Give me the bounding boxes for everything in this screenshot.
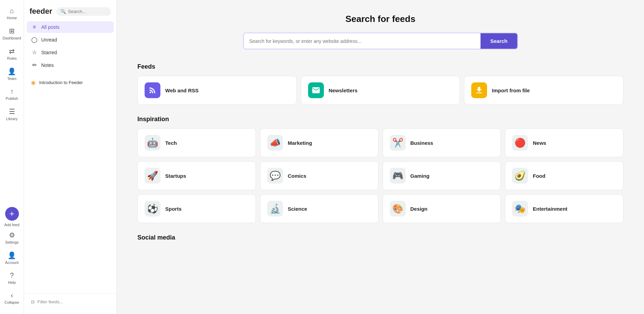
icon-nav: ⌂ Home ⊞ Dashboard ⇄ Rules 👤 Team ↑ Publ… xyxy=(0,0,24,314)
marketing-label: Marketing xyxy=(288,140,312,146)
rules-label: Rules xyxy=(7,56,16,60)
page-title: Search for feeds xyxy=(137,14,623,24)
newsletters-icon xyxy=(308,82,324,98)
card-web-rss[interactable]: Web and RSS xyxy=(137,76,297,105)
newsletters-label: Newsletters xyxy=(329,88,358,93)
inspiration-cards-grid: 🤖 Tech 📣 Marketing ✂️ Business 🔴 News 🚀 … xyxy=(137,128,623,223)
feed-search-input[interactable] xyxy=(244,33,481,49)
sidebar-item-starred[interactable]: ☆ Starred xyxy=(27,46,114,58)
comics-label: Comics xyxy=(288,173,306,179)
card-design[interactable]: 🎨 Design xyxy=(383,194,501,223)
search-input[interactable] xyxy=(68,9,107,14)
library-label: Library xyxy=(6,117,18,121)
food-label: Food xyxy=(533,173,545,179)
starred-label: Starred xyxy=(41,50,57,55)
account-icon: 👤 xyxy=(8,251,16,259)
sidebar-item-dashboard[interactable]: ⊞ Dashboard xyxy=(2,24,22,43)
entertainment-icon: 🎭 xyxy=(512,201,528,217)
sidebar-item-account[interactable]: 👤 Account xyxy=(2,248,22,267)
card-tech[interactable]: 🤖 Tech xyxy=(137,128,256,157)
publish-label: Publish xyxy=(5,96,18,101)
team-label: Team xyxy=(7,77,16,81)
design-label: Design xyxy=(410,206,428,212)
marketing-icon: 📣 xyxy=(267,135,283,151)
business-label: Business xyxy=(410,140,433,146)
import-file-label: Import from file xyxy=(492,88,530,93)
sports-label: Sports xyxy=(165,206,182,212)
all-posts-label: All posts xyxy=(41,24,59,30)
card-food[interactable]: 🥑 Food xyxy=(505,161,623,190)
card-business[interactable]: ✂️ Business xyxy=(383,128,501,157)
sidebar-item-rules[interactable]: ⇄ Rules xyxy=(2,44,22,63)
entertainment-label: Entertainment xyxy=(533,206,567,212)
sidebar-nav: ≡ All posts ◯ Unread ☆ Starred ✏ Notes xyxy=(24,21,116,71)
sidebar-search-box[interactable]: 🔍 xyxy=(56,7,111,16)
card-sports[interactable]: ⚽ Sports xyxy=(137,194,256,223)
home-label: Home xyxy=(7,16,17,20)
search-icon: 🔍 xyxy=(60,9,66,14)
sidebar-item-library[interactable]: ☰ Library xyxy=(2,105,22,124)
sidebar: feeder 🔍 ≡ All posts ◯ Unread ☆ Starred … xyxy=(24,0,117,314)
settings-label: Settings xyxy=(5,240,19,244)
feed-intro[interactable]: ◉ Introduction to Feeder xyxy=(27,77,114,89)
help-label: Help xyxy=(8,280,16,284)
news-label: News xyxy=(533,140,546,146)
tech-icon: 🤖 xyxy=(145,135,160,151)
sidebar-footer: ⊟ Filter feeds... xyxy=(24,293,116,310)
card-import-file[interactable]: Import from file xyxy=(464,76,623,105)
sidebar-item-unread[interactable]: ◯ Unread xyxy=(27,34,114,46)
unread-label: Unread xyxy=(41,37,57,43)
design-icon: 🎨 xyxy=(390,201,406,217)
feeds-section-title: Feeds xyxy=(137,63,623,70)
feed-search-container: Search xyxy=(243,33,518,49)
app-logo: feeder xyxy=(30,7,52,16)
card-newsletters[interactable]: Newsletters xyxy=(301,76,460,105)
startups-icon: 🚀 xyxy=(145,168,160,184)
team-icon: 👤 xyxy=(8,67,16,75)
card-comics[interactable]: 💬 Comics xyxy=(260,161,379,190)
sidebar-item-notes[interactable]: ✏ Notes xyxy=(27,59,114,71)
filter-icon: ⊟ xyxy=(31,299,35,304)
import-file-icon xyxy=(471,82,487,98)
dashboard-label: Dashboard xyxy=(3,36,21,40)
social-media-section-title: Social media xyxy=(137,234,623,241)
card-science[interactable]: 🔬 Science xyxy=(260,194,379,223)
card-gaming[interactable]: 🎮 Gaming xyxy=(383,161,501,190)
card-marketing[interactable]: 📣 Marketing xyxy=(260,128,379,157)
sidebar-item-home[interactable]: ⌂ Home xyxy=(2,4,22,23)
web-rss-label: Web and RSS xyxy=(165,88,199,93)
sidebar-item-settings[interactable]: ⚙ Settings xyxy=(2,228,22,247)
card-news[interactable]: 🔴 News xyxy=(505,128,623,157)
unread-icon: ◯ xyxy=(31,36,38,43)
filter-feeds-button[interactable]: ⊟ Filter feeds... xyxy=(27,296,114,307)
rss-icon: ◉ xyxy=(31,79,36,86)
inspiration-section-title: Inspiration xyxy=(137,116,623,123)
sidebar-item-help[interactable]: ? Help xyxy=(2,269,22,287)
sidebar-item-publish[interactable]: ↑ Publish xyxy=(2,85,22,103)
publish-icon: ↑ xyxy=(10,88,14,95)
news-icon: 🔴 xyxy=(512,135,528,151)
home-icon: ⌂ xyxy=(10,7,14,15)
sidebar-item-team[interactable]: 👤 Team xyxy=(2,65,22,83)
notes-label: Notes xyxy=(41,62,54,68)
feed-search-button[interactable]: Search xyxy=(481,33,517,49)
add-feed-button[interactable]: + xyxy=(5,207,19,221)
feed-intro-label: Introduction to Feeder xyxy=(39,80,83,85)
business-icon: ✂️ xyxy=(390,135,406,151)
tech-label: Tech xyxy=(165,140,177,146)
all-posts-icon: ≡ xyxy=(31,24,38,30)
gaming-icon: 🎮 xyxy=(390,168,406,184)
sidebar-header: feeder 🔍 xyxy=(24,4,116,21)
sports-icon: ⚽ xyxy=(145,201,160,217)
rules-icon: ⇄ xyxy=(9,47,15,55)
sidebar-item-collapse[interactable]: ‹ Collapse xyxy=(2,289,22,307)
card-startups[interactable]: 🚀 Startups xyxy=(137,161,256,190)
sidebar-item-all-posts[interactable]: ≡ All posts xyxy=(27,21,114,33)
card-entertainment[interactable]: 🎭 Entertainment xyxy=(505,194,623,223)
gaming-label: Gaming xyxy=(410,173,430,179)
notes-icon: ✏ xyxy=(31,62,38,68)
account-label: Account xyxy=(5,260,19,265)
main-content: Search for feeds Search Feeds Web and RS… xyxy=(117,0,644,314)
settings-icon: ⚙ xyxy=(9,231,15,239)
starred-icon: ☆ xyxy=(31,49,38,56)
